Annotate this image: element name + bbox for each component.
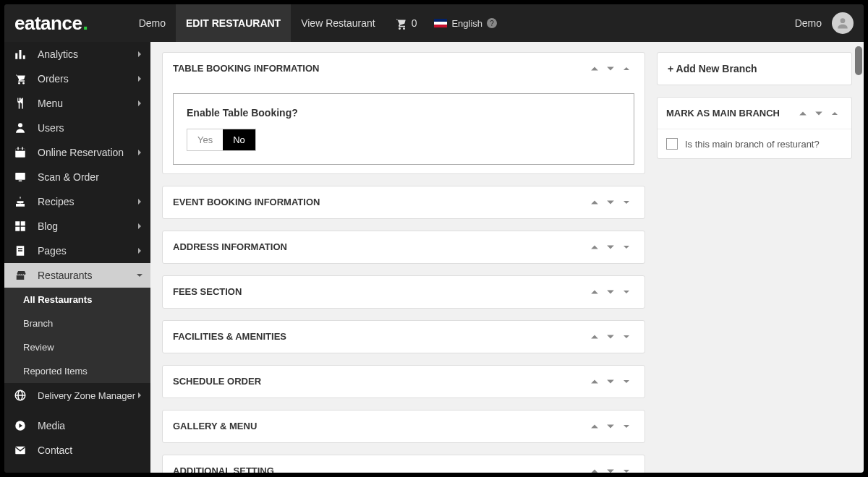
panel-title: MARK AS MAIN BRANCH [666,108,795,119]
toggle-yes[interactable]: Yes [187,129,223,150]
panel-expand[interactable] [618,329,634,345]
utensils-icon [13,96,27,111]
panel-expand[interactable] [618,374,634,390]
sidebar-item-scan-order[interactable]: Scan & Order [4,165,150,189]
sidebar-item-blog[interactable]: Blog [4,214,150,239]
panel-title: EVENT BOOKING INFORMATION [173,197,587,207]
sidebar-item-label: Recipes [38,196,75,207]
panel-collapse[interactable] [618,61,634,77]
panel-move-down[interactable] [603,329,618,345]
panel-title: ADDITIONAL SETTING [173,465,587,473]
nav-edit-restaurant[interactable]: EDIT RESTAURANT [176,4,291,42]
svg-point-0 [841,18,846,23]
sidebar-sub-all-restaurants[interactable]: All Restaurants [4,288,150,311]
content-area: TABLE BOOKING INFORMATION Enable Table B… [150,42,864,473]
grid-icon [13,219,27,233]
sidebar-item-reservation[interactable]: Online Reservation [4,140,150,165]
calendar-icon [13,145,27,160]
nav-user[interactable]: Demo [785,4,825,42]
svg-rect-15 [15,227,20,231]
enable-table-booking-toggle: Yes No [187,129,256,151]
panel-table-booking: TABLE BOOKING INFORMATION Enable Table B… [162,52,645,174]
sidebar-item-contact[interactable]: Contact [4,438,150,463]
sidebar-item-delivery-zone[interactable]: Delivery Zone Manager [4,383,150,408]
sidebar-sub-review[interactable]: Review [4,335,150,359]
panel-move-up[interactable] [587,418,603,434]
cart-count: 0 [412,17,417,29]
svg-rect-14 [21,221,25,225]
sidebar-item-restaurants[interactable]: Restaurants [4,263,150,288]
chevron-right-icon [136,51,143,58]
chevron-right-icon [136,75,143,82]
enable-table-booking-label: Enable Table Booking? [187,107,621,119]
panel-move-up[interactable] [587,61,603,77]
sidebar-sub-branch[interactable]: Branch [4,311,150,335]
sidebar-item-label: Contact [38,444,72,456]
panel-move-up[interactable] [587,463,603,473]
cake-icon [13,194,27,209]
sidebar: Analytics Orders Menu Users Online Reser… [4,42,150,473]
panel-expand[interactable] [618,239,634,255]
chevron-right-icon [136,100,143,107]
panel-collapse[interactable] [827,106,843,121]
chevron-right-icon [136,149,143,156]
panel-expand[interactable] [618,194,634,210]
avatar[interactable] [832,12,854,34]
panel-title: TABLE BOOKING INFORMATION [173,63,587,74]
panel-move-down[interactable] [603,284,618,300]
cart-icon [13,72,27,86]
panel-move-down[interactable] [811,106,827,121]
chevron-down-icon [136,272,143,279]
language-label: English [451,18,482,29]
main-branch-checkbox[interactable] [666,138,678,150]
panel-fees: FEES SECTION [162,275,645,309]
panel-move-up[interactable] [587,329,603,345]
panel-move-up[interactable] [587,284,603,300]
sidebar-item-analytics[interactable]: Analytics [4,42,150,66]
sidebar-item-label: Media [38,420,65,431]
panel-move-down[interactable] [603,61,618,77]
sidebar-item-media[interactable]: Media [4,413,150,438]
add-new-branch-button[interactable]: + Add New Branch [658,53,851,85]
sidebar-item-label: Users [38,122,64,134]
panel-expand[interactable] [618,418,634,434]
sidebar-item-pages[interactable]: Pages [4,239,150,263]
sidebar-item-menu[interactable]: Menu [4,91,150,116]
uk-flag-icon [434,19,447,27]
panel-move-up[interactable] [795,106,811,121]
sidebar-item-label: Delivery Zone Manager [38,390,135,401]
svg-rect-2 [20,50,22,59]
chevron-right-icon [136,223,143,230]
nav-demo[interactable]: Demo [129,4,176,42]
scrollbar-thumb[interactable] [855,46,862,75]
panel-move-up[interactable] [587,194,603,210]
panel-move-up[interactable] [587,374,603,390]
toggle-no[interactable]: No [223,129,255,150]
panel-expand[interactable] [618,284,634,300]
nav-cart[interactable]: 0 [386,17,426,30]
help-icon[interactable]: ? [487,18,497,28]
svg-rect-16 [21,227,25,231]
panel-expand[interactable] [618,463,634,473]
sidebar-item-users[interactable]: Users [4,116,150,140]
sidebar-item-label: Menu [38,98,63,109]
panel-move-down[interactable] [603,463,618,473]
panel-move-down[interactable] [603,418,618,434]
panel-move-down[interactable] [603,374,618,390]
panel-move-down[interactable] [603,194,618,210]
panel-add-branch: + Add New Branch [657,52,852,85]
panel-move-up[interactable] [587,239,603,255]
panel-move-down[interactable] [603,239,618,255]
nav-language[interactable]: English ? [425,18,506,29]
panel-address: ADDRESS INFORMATION [162,231,645,264]
svg-rect-9 [17,147,19,150]
svg-rect-12 [19,181,22,182]
sidebar-item-orders[interactable]: Orders [4,66,150,91]
chevron-right-icon [136,247,143,254]
enable-table-booking-box: Enable Table Booking? Yes No [173,93,634,165]
person-icon [13,121,27,135]
sidebar-item-recipes[interactable]: Recipes [4,189,150,214]
sidebar-item-label: Restaurants [38,270,92,281]
sidebar-sub-reported[interactable]: Reported Items [4,359,150,383]
nav-view-restaurant[interactable]: View Restaurant [291,4,385,42]
